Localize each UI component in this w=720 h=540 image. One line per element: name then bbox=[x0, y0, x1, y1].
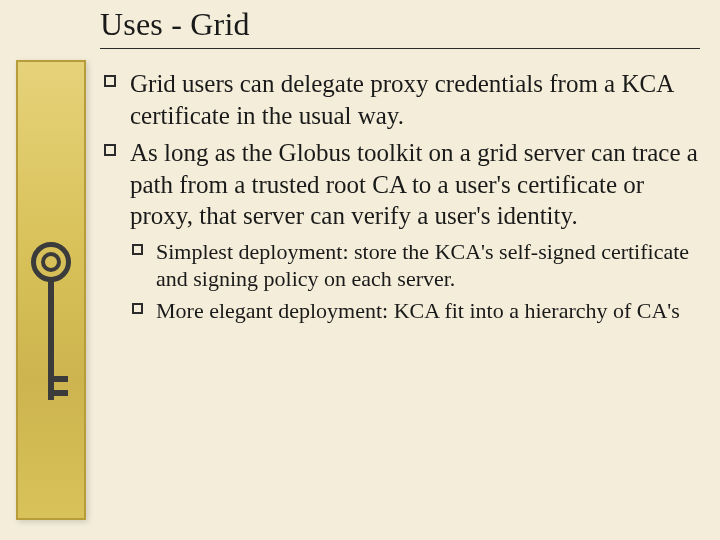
square-bullet-icon bbox=[132, 303, 143, 314]
sub-bullet-group: Simplest deployment: store the KCA's sel… bbox=[100, 238, 700, 325]
key-icon bbox=[31, 242, 71, 412]
bullet-text: Grid users can delegate proxy credential… bbox=[130, 70, 673, 129]
slide-body: Grid users can delegate proxy credential… bbox=[100, 68, 700, 329]
slide: Uses - Grid Grid users can delegate prox… bbox=[0, 0, 720, 540]
slide-title: Uses - Grid bbox=[100, 6, 250, 43]
square-bullet-icon bbox=[104, 144, 116, 156]
sub-bullet-text: More elegant deployment: KCA fit into a … bbox=[156, 298, 680, 323]
sub-bullet-text: Simplest deployment: store the KCA's sel… bbox=[156, 239, 689, 292]
sub-bullet-item: More elegant deployment: KCA fit into a … bbox=[130, 297, 700, 325]
square-bullet-icon bbox=[104, 75, 116, 87]
sub-bullet-item: Simplest deployment: store the KCA's sel… bbox=[130, 238, 700, 293]
square-bullet-icon bbox=[132, 244, 143, 255]
bullet-item: As long as the Globus toolkit on a grid … bbox=[100, 137, 700, 232]
bullet-text: As long as the Globus toolkit on a grid … bbox=[130, 139, 698, 229]
title-divider bbox=[100, 48, 700, 49]
bullet-item: Grid users can delegate proxy credential… bbox=[100, 68, 700, 131]
sidebar-decoration bbox=[16, 60, 86, 520]
